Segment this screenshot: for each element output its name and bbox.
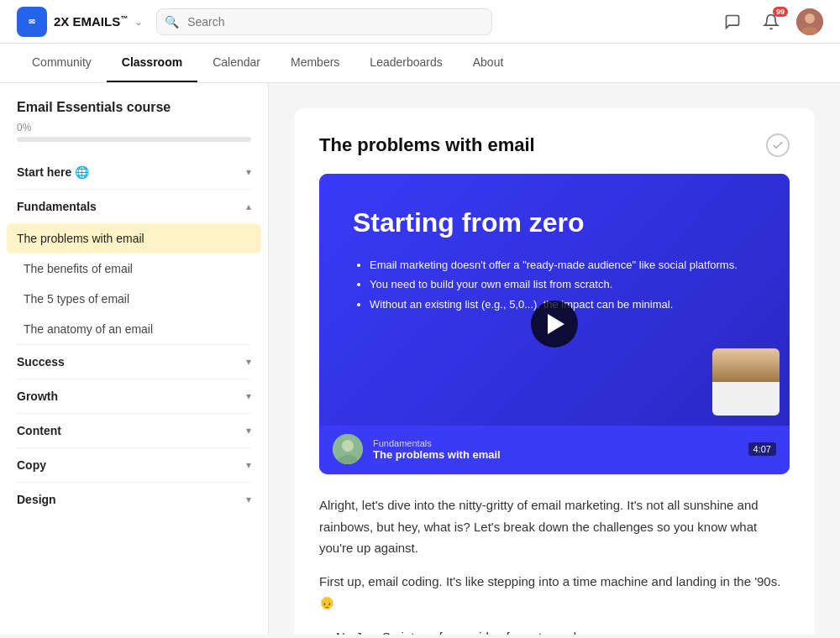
nav-about[interactable]: About — [458, 44, 519, 82]
play-button[interactable] — [531, 301, 578, 348]
svg-point-1 — [805, 13, 815, 24]
thumbnail-face — [712, 348, 780, 416]
body-para2: First up, email coding. It's like steppi… — [319, 571, 790, 614]
lesson-title-row: The problems with email — [319, 133, 790, 157]
video-thumbnail — [712, 348, 780, 416]
section-design[interactable]: Design ▾ — [0, 483, 268, 516]
complete-check[interactable] — [766, 133, 790, 157]
section-copy-chevron: ▾ — [246, 459, 251, 471]
nav-leaderboards[interactable]: Leaderboards — [354, 44, 457, 82]
meta-section: Fundamentals — [373, 438, 501, 448]
lesson-problems[interactable]: The problems with email — [7, 223, 261, 254]
lesson-benefits[interactable]: The benefits of email — [0, 254, 268, 284]
section-design-chevron: ▾ — [246, 494, 251, 505]
body-bullets: No JavaScript, no fancy video formats, n… — [336, 625, 790, 635]
section-content-chevron: ▾ — [246, 425, 251, 437]
section-start-title: Start here 🌐 — [17, 165, 89, 179]
body-bullet-1: No JavaScript, no fancy video formats, n… — [336, 625, 790, 635]
logo-wrap[interactable]: ✉ 2X EMAILS™ ⌄ — [17, 7, 143, 37]
meta-lesson: The problems with email — [373, 448, 501, 461]
play-icon — [548, 314, 564, 334]
video-inner: Starting from zero Email marketing doesn… — [319, 174, 790, 474]
nav-community[interactable]: Community — [17, 44, 107, 82]
progress-percent: 0% — [17, 122, 251, 133]
section-fundamentals[interactable]: Fundamentals ▴ — [0, 190, 268, 223]
lesson-anatomy[interactable]: The anatomy of an email — [0, 314, 268, 344]
video-slide-title: Starting from zero — [353, 207, 756, 238]
course-title: Email Essentials course — [0, 83, 268, 122]
bullet-1: Email marketing doesn't offer a "ready-m… — [370, 255, 756, 275]
topbar: ✉ 2X EMAILS™ ⌄ 🔍 99 — [0, 0, 840, 44]
app-name: 2X EMAILS™ — [54, 14, 128, 29]
nav-calendar[interactable]: Calendar — [197, 44, 276, 82]
video-meta: Fundamentals The problems with email 4:0… — [319, 426, 790, 474]
section-start-chevron: ▾ — [246, 166, 251, 178]
section-design-title: Design — [17, 493, 56, 506]
notifications-button[interactable]: 99 — [758, 8, 785, 35]
content-area: The problems with email Starting from ze… — [269, 83, 840, 635]
avatar[interactable] — [796, 8, 823, 35]
section-content[interactable]: Content ▾ — [0, 414, 268, 447]
section-fundamentals-chevron: ▴ — [246, 201, 251, 212]
section-success[interactable]: Success ▾ — [0, 345, 268, 379]
video-container[interactable]: Starting from zero Email marketing doesn… — [319, 174, 790, 474]
main-layout: Email Essentials course 0% Start here 🌐 … — [0, 83, 840, 635]
bullet-2: You need to build your own email list fr… — [370, 275, 756, 294]
search-icon: 🔍 — [165, 15, 179, 29]
search-input[interactable] — [156, 8, 492, 35]
meta-info: Fundamentals The problems with email — [373, 438, 501, 461]
main-nav: Community Classroom Calendar Members Lea… — [0, 44, 840, 83]
lesson-types[interactable]: The 5 types of email — [0, 284, 268, 314]
section-success-chevron: ▾ — [246, 356, 251, 368]
section-start[interactable]: Start here 🌐 ▾ — [0, 155, 268, 189]
notification-badge: 99 — [773, 7, 788, 17]
meta-avatar — [333, 434, 363, 464]
messages-button[interactable] — [719, 8, 746, 35]
section-fundamentals-title: Fundamentals — [17, 200, 97, 213]
app-switcher-chevron[interactable]: ⌄ — [134, 16, 143, 28]
progress-bar — [17, 137, 251, 142]
video-duration: 4:07 — [748, 442, 776, 456]
section-growth[interactable]: Growth ▾ — [0, 379, 268, 413]
nav-classroom[interactable]: Classroom — [107, 44, 197, 82]
section-content-title: Content — [17, 424, 61, 437]
topbar-right: 99 — [719, 8, 823, 35]
nav-members[interactable]: Members — [276, 44, 354, 82]
search-wrap: 🔍 — [156, 8, 492, 35]
fundamentals-items: The problems with email The benefits of … — [0, 223, 268, 344]
section-copy-title: Copy — [17, 458, 46, 472]
content-card: The problems with email Starting from ze… — [294, 108, 815, 635]
section-success-title: Success — [17, 355, 65, 369]
progress-wrap: 0% — [0, 122, 268, 155]
svg-point-4 — [342, 440, 354, 452]
lesson-title: The problems with email — [319, 134, 535, 156]
video-bg: Starting from zero Email marketing doesn… — [319, 174, 790, 426]
sidebar: Email Essentials course 0% Start here 🌐 … — [0, 83, 269, 635]
section-copy[interactable]: Copy ▾ — [0, 448, 268, 482]
section-growth-chevron: ▾ — [246, 390, 251, 402]
section-growth-title: Growth — [17, 390, 58, 403]
logo-icon: ✉ — [17, 7, 47, 37]
body-intro: Alright, let's dive into the nitty-gritt… — [319, 494, 790, 559]
